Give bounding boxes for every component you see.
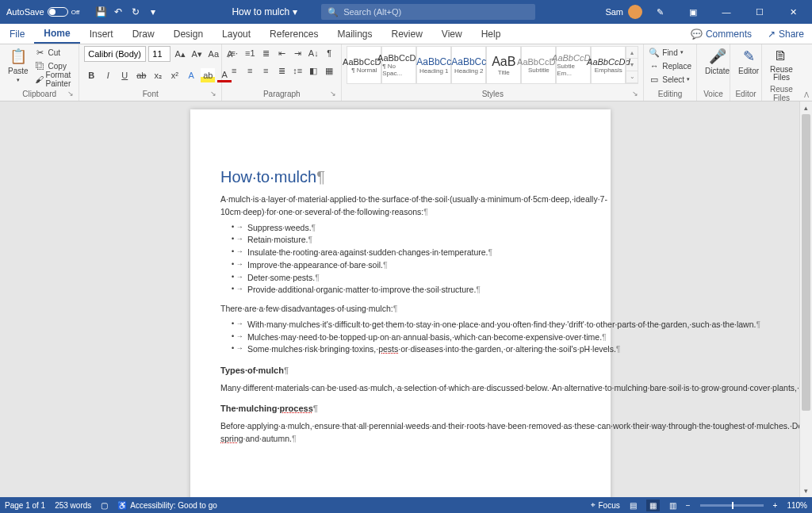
close-icon[interactable]: ✕ [777,0,809,24]
dialog-launcher-icon[interactable]: ↘ [67,90,74,98]
align-right-icon[interactable]: ≡ [259,63,273,78]
align-left-icon[interactable]: ≡ [227,63,241,78]
zoom-slider[interactable] [700,504,764,507]
highlight-icon[interactable]: ab [201,68,215,82]
focus-mode-button[interactable]: ⌖Focus [591,500,620,510]
borders-icon[interactable]: ▦ [322,63,336,78]
superscript-button[interactable]: x² [167,68,182,82]
tab-mailings[interactable]: Mailings [327,24,381,44]
dialog-launcher-icon[interactable]: ↘ [210,90,216,98]
format-painter-button[interactable]: 🖌Format Painter [35,73,75,86]
underline-button[interactable]: U [117,68,132,82]
ribbon: 📋 Paste ▾ ✂Cut ⿻Copy 🖌Format Painter Cli… [0,44,812,101]
multilevel-list-icon[interactable]: ≣ [259,46,273,60]
bullets-icon[interactable]: ≡· [227,46,241,60]
autosave-switch[interactable] [48,7,68,17]
show-marks-icon[interactable]: ¶ [322,46,336,60]
spell-check-icon[interactable]: ▢ [101,501,108,510]
find-icon: 🔍 [649,48,660,58]
editor-button[interactable]: ✎Editor [735,46,762,77]
paste-button[interactable]: 📋 Paste ▾ [5,46,32,85]
subscript-button[interactable]: x₂ [151,68,165,82]
editor-icon: ✎ [743,48,755,65]
cut-button[interactable]: ✂Cut [35,46,75,59]
document-name[interactable]: How to mulch ▾ [232,6,297,17]
styles-gallery[interactable]: AaBbCcDd¶ Normal AaBbCcDd¶ No Spac... Aa… [347,46,638,84]
print-layout-icon[interactable]: ▦ [646,500,660,511]
bold-button[interactable]: B [84,68,98,82]
style-emphasis[interactable]: AaBbCcDdEmphasis [591,46,626,84]
user-name[interactable]: Sam [605,7,623,17]
style-heading1[interactable]: AaBbCcHeading 1 [416,46,451,84]
drawing-mode-icon[interactable]: ✎ [644,0,676,24]
cut-icon: ✂ [35,48,46,58]
replace-button[interactable]: ↔Replace [649,59,691,72]
search-box[interactable]: 🔍 Search (Alt+Q) [321,4,535,20]
autosave-toggle[interactable]: AutoSave Off [6,7,79,17]
change-case-icon[interactable]: Aa [206,47,220,61]
minimize-icon[interactable]: — [710,0,742,24]
shading-icon[interactable]: ◧ [306,63,320,78]
scroll-up-icon[interactable]: ▴ [800,101,812,114]
ribbon-display-icon[interactable]: ▣ [677,0,709,24]
font-size-combo[interactable]: 11 [148,46,170,62]
styles-more-icon[interactable]: ▴▾⌄ [626,46,638,84]
tab-layout[interactable]: Layout [213,24,260,44]
font-name-combo[interactable]: Calibri (Body) [84,46,146,62]
tab-view[interactable]: View [432,24,472,44]
find-button[interactable]: 🔍Find▾ [649,46,691,59]
grow-font-icon[interactable]: A▴ [173,47,187,61]
style-normal[interactable]: AaBbCcDd¶ Normal [347,46,381,84]
tab-draw[interactable]: Draw [123,24,164,44]
web-layout-icon[interactable]: ▥ [669,501,676,510]
tab-insert[interactable]: Insert [80,24,123,44]
page-indicator[interactable]: Page 1 of 1 [5,501,45,510]
text-effects-icon[interactable]: A [184,68,198,82]
vertical-scrollbar[interactable]: ▴ ▾ [799,101,812,497]
decrease-indent-icon[interactable]: ⇤ [274,46,289,60]
zoom-in-icon[interactable]: + [773,501,778,510]
tab-design[interactable]: Design [164,24,213,44]
tab-references[interactable]: References [260,24,327,44]
justify-icon[interactable]: ≣ [274,63,289,78]
dictate-button[interactable]: 🎤Dictate [702,46,733,77]
tab-file[interactable]: File [0,24,34,44]
sort-icon[interactable]: A↓ [306,46,320,60]
dialog-launcher-icon[interactable]: ↘ [330,90,336,98]
strikethrough-button[interactable]: ab [134,68,148,82]
share-button[interactable]: ↗Share [760,24,812,44]
style-subtitle[interactable]: AaBbCcDdSubtitle [521,46,556,84]
read-mode-icon[interactable]: ▤ [630,501,637,510]
reuse-files-button[interactable]: 🗎Reuse Files [767,46,796,83]
dialog-launcher-icon[interactable]: ↘ [632,90,638,98]
zoom-out-icon[interactable]: − [686,501,691,510]
style-subtle-emphasis[interactable]: AaBbCcDdSubtle Em... [556,46,591,84]
align-center-icon[interactable]: ≡ [243,63,257,78]
numbering-icon[interactable]: ≡1 [243,46,257,60]
tab-help[interactable]: Help [472,24,511,44]
style-title[interactable]: AaBTitle [486,46,521,84]
document-page[interactable]: How·to·mulch¶ A·mulch·is·a·layer·of·mate… [190,109,611,497]
line-spacing-icon[interactable]: ↕≡ [290,63,304,78]
collapse-ribbon-icon[interactable]: ᐱ [801,44,812,101]
comments-button[interactable]: 💬Comments [683,24,760,44]
accessibility-status[interactable]: ♿Accessibility: Good to go [117,501,217,510]
style-heading2[interactable]: AaBbCcHeading 2 [451,46,486,84]
undo-icon[interactable]: ↶ [109,4,127,20]
scroll-thumb[interactable] [802,114,810,411]
maximize-icon[interactable]: ☐ [744,0,776,24]
increase-indent-icon[interactable]: ⇥ [290,46,304,60]
tab-review[interactable]: Review [382,24,432,44]
zoom-level[interactable]: 110% [787,501,807,510]
tab-home[interactable]: Home [34,24,79,44]
word-count[interactable]: 253 words [55,501,91,510]
qat-dropdown-icon[interactable]: ▾ [144,4,162,20]
style-no-spacing[interactable]: AaBbCcDd¶ No Spac... [381,46,416,84]
select-button[interactable]: ▭Select▾ [649,73,691,86]
scroll-down-icon[interactable]: ▾ [800,484,812,497]
user-avatar[interactable] [628,5,642,19]
redo-icon[interactable]: ↻ [127,4,144,20]
save-icon[interactable]: 💾 [92,4,109,20]
shrink-font-icon[interactable]: A▾ [190,47,204,61]
italic-button[interactable]: I [101,68,115,82]
